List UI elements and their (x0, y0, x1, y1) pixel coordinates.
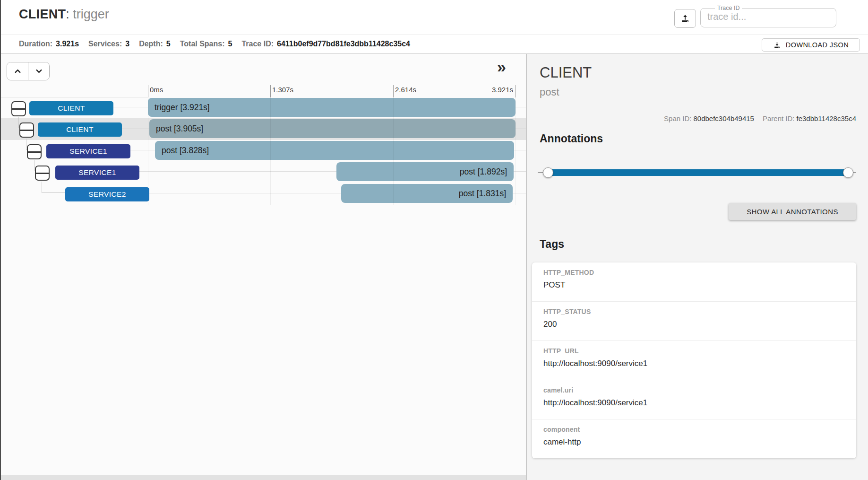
span-bar-post-3[interactable]: post [1.892s] (336, 162, 514, 181)
pane-divider (526, 54, 527, 480)
tag-value: http://localhost:9090/service1 (543, 359, 845, 368)
service-badge-row2[interactable]: CLIENT (38, 122, 122, 137)
tag-value: POST (543, 280, 845, 290)
tags-heading: Tags (540, 238, 564, 251)
tag-value: 200 (543, 320, 845, 329)
header: CLIENT: trigger Trace ID (0, 0, 868, 34)
tag-key: HTTP_STATUS (543, 308, 845, 315)
tag-value: camel-http (543, 437, 845, 447)
span-id-value: 80dbefc304b49415 (693, 114, 754, 122)
show-all-annotations-button[interactable]: SHOW ALL ANNOTATIONS (729, 203, 856, 220)
upload-icon (680, 13, 690, 24)
trace-summary-bar: Duration:3.921s Services:3 Depth:5 Total… (0, 34, 868, 54)
tag-key: HTTP_METHOD (543, 269, 845, 276)
chevron-down-icon (34, 67, 43, 76)
stat-trace-id: Trace ID:6411b0ef9d77bd81fe3dbb11428c35c… (241, 40, 410, 48)
page-title-separator: : (66, 7, 69, 21)
collapse-span-icon[interactable] (11, 101, 26, 116)
collapse-span-icon[interactable] (19, 122, 34, 138)
page-title-span: trigger (73, 7, 109, 21)
stat-services: Services:3 (88, 40, 129, 48)
slider-handle-left[interactable] (543, 167, 553, 178)
trace-id-field-label: Trace ID (715, 5, 742, 11)
chevron-up-icon (13, 67, 22, 76)
service-badge-row4[interactable]: SERVICE1 (55, 166, 139, 180)
slider-handle-right[interactable] (843, 167, 853, 178)
service-badge-row1[interactable]: CLIENT (29, 101, 113, 115)
tag-key: HTTP_URL (543, 347, 845, 355)
tag-row-camel-uri: camel.uri http://localhost:9090/service1 (532, 380, 856, 419)
download-json-button[interactable]: DOWNLOAD JSON (762, 38, 860, 52)
service-badge-row5[interactable]: SERVICE2 (65, 187, 149, 201)
trace-viewer-app: CLIENT: trigger Trace ID Duration:3.921s… (0, 0, 868, 480)
span-bar-post-2[interactable]: post [3.828s] (155, 141, 514, 160)
timeline-pane: » 0ms 1.307s 2.614s 3.921s CLIENT CLIENT (0, 54, 526, 480)
window-left-edge (0, 0, 1, 480)
tag-row-http-url: HTTP_URL http://localhost:9090/service1 (532, 341, 856, 380)
annotations-heading: Annotations (540, 132, 603, 145)
annotations-range-slider (538, 166, 856, 179)
stat-total-spans: Total Spans:5 (180, 40, 232, 48)
upload-trace-button[interactable] (674, 9, 696, 28)
download-icon (773, 41, 781, 49)
stat-duration: Duration:3.921s (19, 40, 79, 48)
tag-row-http-method: HTTP_METHOD POST (532, 262, 856, 302)
next-span-button[interactable] (28, 62, 49, 80)
download-json-label: DOWNLOAD JSON (786, 41, 849, 49)
span-bar-trigger[interactable]: trigger [3.921s] (148, 98, 516, 117)
page-title: CLIENT: trigger (19, 7, 109, 22)
span-bar-post-1[interactable]: post [3.905s] (149, 119, 516, 138)
detail-divider (527, 126, 868, 126)
detail-span-name: post (540, 86, 559, 98)
service-badge-row3[interactable]: SERVICE1 (46, 144, 130, 158)
parent-id-value: fe3dbb11428c35c4 (796, 114, 856, 122)
span-ids: Span ID:80dbefc304b49415Parent ID:fe3dbb… (664, 114, 856, 122)
span-id-label: Span ID: (664, 114, 691, 122)
span-bar-post-4[interactable]: post [1.831s] (341, 184, 513, 203)
prev-span-button[interactable] (7, 62, 28, 80)
trace-id-field: Trace ID (700, 5, 836, 27)
slider-track[interactable] (548, 169, 848, 176)
collapse-span-icon[interactable] (35, 166, 50, 181)
tag-row-component: component camel-http (532, 419, 856, 458)
span-detail-pane: CLIENT post Span ID:80dbefc304b49415Pare… (527, 54, 868, 480)
page-title-service: CLIENT (19, 7, 66, 21)
horizontal-scrollbar[interactable] (0, 475, 526, 480)
trace-id-input[interactable] (706, 11, 825, 25)
axis-tick-3 (516, 85, 516, 97)
tag-value: http://localhost:9090/service1 (543, 398, 845, 408)
axis-underline (0, 97, 148, 97)
span-nav-buttons (7, 62, 50, 80)
tag-key: component (543, 426, 845, 433)
detail-service-name: CLIENT (540, 64, 592, 81)
tag-key: camel.uri (543, 386, 845, 394)
parent-id-label: Parent ID: (763, 114, 795, 122)
stat-depth: Depth:5 (139, 40, 171, 48)
collapse-span-icon[interactable] (27, 144, 42, 159)
timeline-chart: trigger [3.921s] post [3.905s] post [3.8… (148, 54, 516, 480)
tags-card: HTTP_METHOD POST HTTP_STATUS 200 HTTP_UR… (532, 262, 856, 458)
tag-row-http-status: HTTP_STATUS 200 (532, 302, 856, 341)
tree-connector (42, 182, 65, 193)
gridline (516, 97, 516, 205)
